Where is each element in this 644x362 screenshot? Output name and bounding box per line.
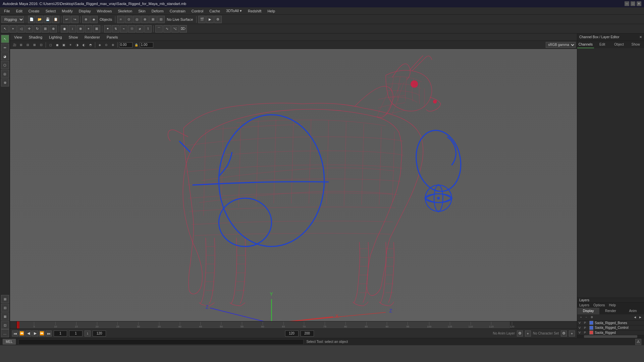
restore-button[interactable]: □ (631, 1, 635, 6)
layer-settings-button[interactable]: ⚙ (589, 315, 594, 320)
anim-layer-button[interactable]: ⊠ (1, 312, 9, 320)
close-button[interactable]: ✕ (637, 1, 641, 6)
render-layer-button[interactable]: ⊟ (1, 304, 9, 312)
cluster-button[interactable]: ☉ (128, 25, 136, 33)
mel-tab-button[interactable]: MEL (3, 339, 16, 345)
tab-edit[interactable]: Edit (594, 41, 611, 48)
transform-button[interactable]: ⊕ (82, 16, 90, 23)
layer-delete-button[interactable]: − (584, 315, 589, 320)
lasso-tool-button[interactable]: ⌖ (9, 25, 17, 33)
menu-control[interactable]: Control (189, 8, 206, 14)
vp-textured-button[interactable]: ▣ (61, 42, 67, 48)
anim-layer-options-button[interactable]: ⚙ (517, 330, 523, 337)
soft-select-button[interactable]: ◉ (61, 25, 68, 33)
menu-constrain[interactable]: Constrain (167, 8, 188, 14)
universal-manip-button[interactable]: ⊕ (50, 25, 57, 33)
snap6-button[interactable]: ⊟ (157, 16, 165, 23)
tab-channels[interactable]: Channels (577, 41, 594, 48)
render3-button[interactable]: ⚙ (214, 16, 222, 23)
align-button[interactable]: ⊠ (93, 25, 100, 33)
save-as-button[interactable]: 📋 (52, 16, 59, 23)
vp-grid-button[interactable]: ⊞ (18, 42, 24, 48)
paint-select-button[interactable]: ◁ (17, 25, 25, 33)
vp-aa-button[interactable]: ◓ (88, 42, 94, 48)
frame-current-input[interactable] (69, 330, 83, 337)
menu-create[interactable]: Create (26, 8, 42, 14)
ik-handle-button[interactable]: ↯ (112, 25, 119, 33)
menu-skin[interactable]: Skin (136, 8, 148, 14)
objects-button[interactable]: ◈ (90, 16, 98, 23)
layer-v-bones[interactable]: V (579, 321, 583, 324)
vp-gate-button[interactable]: ⊠ (32, 42, 38, 48)
command-line-input[interactable] (18, 339, 304, 345)
layer-p-bones[interactable]: P (584, 321, 588, 324)
step-forward-button[interactable]: ⏩ (39, 330, 45, 337)
frame-start-input[interactable] (54, 330, 67, 337)
vp-menu-lighting[interactable]: Lighting (46, 35, 65, 40)
viewport-canvas[interactable]: X Y Z Z Z persp (10, 49, 577, 321)
layer-scroll-left[interactable]: ◀ (633, 315, 637, 320)
menu-redshift[interactable]: Redshift (245, 8, 264, 14)
component-button[interactable]: ⬡ (1, 61, 9, 69)
open-button[interactable]: 📂 (36, 16, 43, 23)
frame-end-input[interactable] (93, 330, 106, 337)
vp-menu-panels[interactable]: Panels (104, 35, 121, 40)
timeline-area[interactable]: 1510152025303540455055606570758085909510… (10, 321, 577, 328)
display-layer-button[interactable]: ⊞ (1, 295, 9, 303)
layers-tab-layers[interactable]: Layers (577, 303, 591, 307)
vp-hud-button[interactable]: ⊙ (103, 42, 109, 48)
layer-type-render[interactable]: Render (599, 308, 622, 314)
snap1-button[interactable]: ⌗ (117, 16, 124, 23)
new-scene-button[interactable]: 📄 (28, 16, 35, 23)
snap5-button[interactable]: ⊞ (149, 16, 157, 23)
vp-light-button[interactable]: ☀ (67, 42, 73, 48)
panel-close-icon[interactable]: ✕ (639, 35, 642, 39)
menu-modify[interactable]: Modify (59, 8, 75, 14)
snap4-button[interactable]: ⊛ (141, 16, 149, 23)
snap3-button[interactable]: ◎ (133, 16, 141, 23)
range-end-input[interactable] (301, 330, 314, 337)
vp-value1-input[interactable] (119, 42, 132, 48)
redo-button[interactable]: ↪ (71, 16, 78, 23)
vp-shadow-button[interactable]: ◑ (74, 42, 80, 48)
vp-menu-show[interactable]: Show (66, 35, 81, 40)
color-profile-dropdown[interactable]: sRGB gamma (546, 42, 576, 48)
snap2-button[interactable]: ⊙ (125, 16, 132, 23)
menu-3dtoall[interactable]: 3DToAll ▾ (223, 8, 245, 14)
tab-show[interactable]: Show (627, 41, 644, 48)
play-back-button[interactable]: ◀ (25, 330, 32, 337)
anim-layer-add-button[interactable]: + (525, 330, 531, 337)
scale-tool-button[interactable]: ⊞ (42, 25, 49, 33)
constraint1-button[interactable]: ⌥ (171, 25, 179, 33)
rotate-tool-button[interactable]: ↻ (34, 25, 41, 33)
layer-options-button[interactable]: ⊡ (1, 321, 9, 329)
step-back-button[interactable]: ⏪ (19, 330, 25, 337)
char-set-add-button[interactable]: + (569, 330, 575, 337)
layers-scrollbar[interactable] (577, 335, 644, 338)
xform-button[interactable]: ↕ (69, 25, 76, 33)
vp-camera-button[interactable]: 🎥 (11, 42, 17, 48)
layer-type-anim[interactable]: Anim (622, 308, 644, 314)
vp-ao-button[interactable]: ◐ (81, 42, 87, 48)
vp-xray-button[interactable]: ⊗ (110, 42, 116, 48)
blend-shape-button[interactable]: ⌀ (136, 25, 144, 33)
snap-move-button[interactable]: ⌖ (85, 25, 92, 33)
sculpt-button[interactable]: ◕ (1, 52, 9, 60)
save-button[interactable]: 💾 (44, 16, 51, 23)
layer-add-button[interactable]: + (579, 315, 583, 320)
vp-safe-button[interactable]: ⊡ (38, 42, 44, 48)
menu-file[interactable]: File (1, 8, 13, 14)
tab-object[interactable]: Object (611, 41, 628, 48)
minimize-button[interactable]: ─ (625, 1, 629, 6)
layer-type-display[interactable]: Display (577, 308, 599, 314)
orient-button[interactable]: ⊗ (77, 25, 84, 33)
timeline-ruler[interactable]: 1510152025303540455055606570758085909510… (17, 321, 510, 328)
misc-button[interactable]: … (1, 329, 9, 337)
vp-smooth-button[interactable]: ◼ (54, 42, 60, 48)
paint-tool-button[interactable]: ✏ (1, 44, 9, 52)
render1-button[interactable]: 🎬 (198, 16, 206, 23)
char-set-options-button[interactable]: ⚙ (561, 330, 567, 337)
vp-menu-shading[interactable]: Shading (26, 35, 45, 40)
menu-edit[interactable]: Edit (13, 8, 25, 14)
vp-lock-button[interactable]: 🔒 (133, 42, 139, 48)
